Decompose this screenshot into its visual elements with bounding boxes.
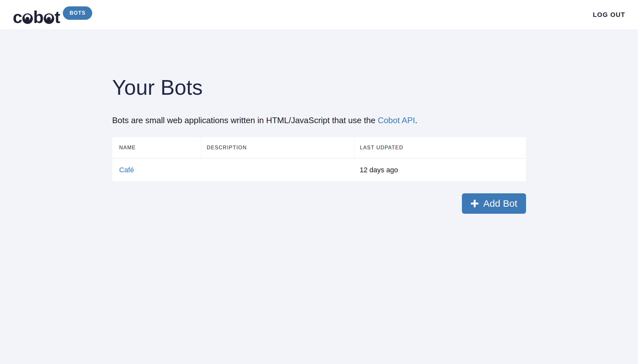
plus-icon: [471, 199, 479, 208]
bot-name-link[interactable]: Café: [119, 166, 134, 174]
logo-wordmark: cbt: [13, 4, 60, 26]
table-header-row: NAME DESCRIPTION LAST UDPATED: [112, 137, 526, 158]
bot-name-cell: Café: [112, 158, 202, 181]
log-out-link[interactable]: LOG OUT: [593, 11, 625, 19]
cobot-logo[interactable]: cbt BOTS: [13, 4, 92, 26]
main-content: Your Bots Bots are small web application…: [112, 29, 526, 214]
logo-letter: t: [55, 7, 60, 26]
bot-description-cell: [202, 158, 355, 181]
bot-last-updated-cell: 12 days ago: [355, 158, 526, 181]
intro-text-after: .: [415, 115, 417, 125]
logo-eye-icon: [44, 13, 54, 24]
bots-table: NAME DESCRIPTION LAST UDPATED Café 12 da…: [112, 137, 526, 181]
column-header-description: DESCRIPTION: [202, 137, 355, 158]
cobot-api-link[interactable]: Cobot API: [378, 115, 415, 125]
intro-text-before: Bots are small web applications written …: [112, 115, 378, 125]
table-row: Café 12 days ago: [112, 158, 526, 181]
top-bar: cbt BOTS LOG OUT: [0, 0, 638, 29]
add-bot-button-label: Add Bot: [483, 198, 517, 209]
column-header-name: NAME: [112, 137, 202, 158]
logo-letter: c: [13, 7, 22, 26]
column-header-last-updated: LAST UDPATED: [355, 137, 526, 158]
bots-badge: BOTS: [63, 6, 92, 20]
logo-letter: b: [33, 7, 43, 26]
add-bot-button[interactable]: Add Bot: [462, 193, 526, 214]
logo-eye-icon: [22, 13, 33, 24]
intro-text: Bots are small web applications written …: [112, 115, 526, 126]
actions-row: Add Bot: [112, 193, 526, 214]
page-title: Your Bots: [112, 76, 526, 99]
